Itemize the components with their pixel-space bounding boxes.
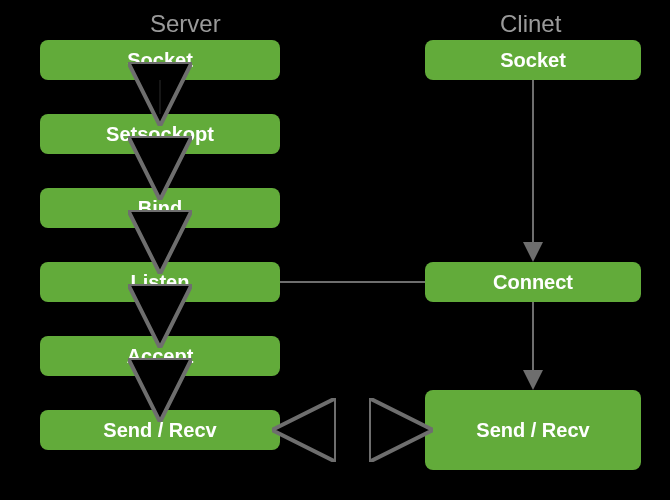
server-column-title: Server <box>150 10 221 38</box>
server-listen-box: Listen <box>40 262 280 302</box>
server-setsockopt-box: Setsockopt <box>40 114 280 154</box>
client-socket-box: Socket <box>425 40 641 80</box>
client-sendrecv-box: Send / Recv <box>425 390 641 470</box>
server-sendrecv-box: Send / Recv <box>40 410 280 450</box>
client-column-title: Clinet <box>500 10 561 38</box>
server-socket-box: Socket <box>40 40 280 80</box>
client-connect-box: Connect <box>425 262 641 302</box>
server-bind-box: Bind <box>40 188 280 228</box>
server-accept-box: Accept <box>40 336 280 376</box>
